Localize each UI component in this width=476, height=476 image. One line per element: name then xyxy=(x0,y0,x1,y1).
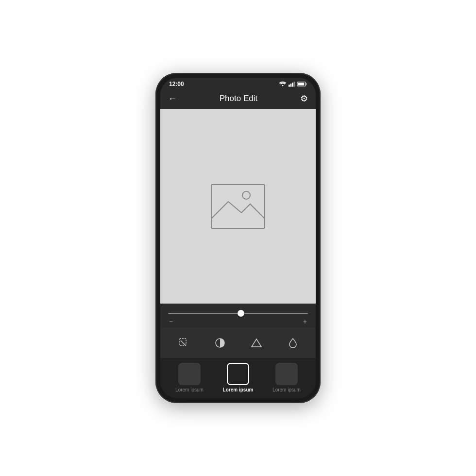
crop-icon xyxy=(178,337,189,349)
svg-point-8 xyxy=(242,191,250,199)
svg-rect-1 xyxy=(290,84,292,86)
contrast-tool-button[interactable] xyxy=(210,333,230,353)
svg-rect-3 xyxy=(294,82,295,87)
nav-item-2-label: Lorem ipsum xyxy=(223,387,254,392)
contrast-icon xyxy=(214,337,226,349)
photo-canvas[interactable] xyxy=(160,109,316,304)
nav-item-1[interactable]: Lorem ipsum xyxy=(165,363,214,392)
nav-item-3-label: Lorem ipsum xyxy=(272,387,301,392)
back-button[interactable]: ← xyxy=(168,94,177,104)
slider-max-label: + xyxy=(303,318,307,325)
app-header: ← Photo Edit ⚙ xyxy=(160,89,316,109)
settings-button[interactable]: ⚙ xyxy=(300,93,308,104)
status-time: 12:00 xyxy=(169,81,184,87)
status-bar: 12:00 xyxy=(160,78,316,89)
battery-icon xyxy=(297,81,307,87)
saturation-icon xyxy=(287,337,299,349)
image-placeholder-icon xyxy=(206,180,270,233)
svg-line-10 xyxy=(181,340,186,345)
svg-rect-5 xyxy=(306,83,306,85)
brightness-tool-button[interactable] xyxy=(246,333,267,353)
bottom-nav: Lorem ipsum Lorem ipsum Lorem ipsum xyxy=(160,358,316,398)
svg-rect-2 xyxy=(292,83,293,86)
wifi-icon xyxy=(279,81,287,87)
svg-marker-12 xyxy=(252,339,261,347)
phone-frame: 12:00 xyxy=(155,73,321,403)
nav-item-2-box xyxy=(227,363,249,385)
slider-labels: − + xyxy=(168,318,308,325)
nav-item-2[interactable]: Lorem ipsum xyxy=(214,363,262,392)
crop-tool-button[interactable] xyxy=(173,333,194,353)
nav-item-3[interactable]: Lorem ipsum xyxy=(262,363,311,392)
photo-placeholder xyxy=(206,180,270,233)
slider-min-label: − xyxy=(169,318,173,325)
svg-rect-6 xyxy=(298,83,304,85)
nav-item-1-label: Lorem ipsum xyxy=(175,387,204,392)
slider-thumb[interactable] xyxy=(238,310,244,317)
svg-rect-7 xyxy=(211,185,265,228)
page-title: Photo Edit xyxy=(220,94,257,103)
slider-section: − + xyxy=(160,304,316,328)
signal-icon xyxy=(289,81,295,87)
nav-item-3-box xyxy=(275,363,298,385)
edit-tools xyxy=(160,328,316,358)
svg-rect-0 xyxy=(289,85,290,86)
slider-track-container[interactable] xyxy=(168,308,308,318)
phone-screen: 12:00 xyxy=(160,78,316,398)
status-icons xyxy=(279,81,307,87)
saturation-tool-button[interactable] xyxy=(283,333,303,353)
slider-track xyxy=(168,313,308,314)
nav-item-1-box xyxy=(178,363,201,385)
brightness-icon xyxy=(251,337,262,349)
